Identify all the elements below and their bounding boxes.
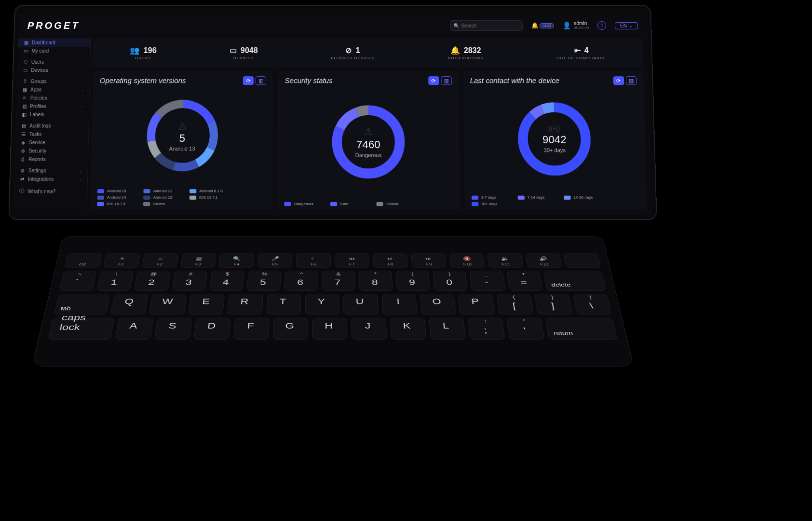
legend-item[interactable]: 14-30 days <box>564 195 603 200</box>
stat-value: 2832 <box>464 46 481 55</box>
sidebar-icon: ▦ <box>23 40 29 45</box>
search-input[interactable] <box>461 23 519 28</box>
stat-out-of-compliance[interactable]: ⇤4OUT OF COMPLIANCE <box>556 46 606 60</box>
key: &7 <box>322 271 355 291</box>
stat-icon: ▭ <box>230 46 237 55</box>
legend-label: Critical <box>386 202 398 206</box>
key: Q <box>110 294 149 315</box>
brand-logo: PROGET <box>27 20 80 31</box>
key: |\ <box>573 294 612 315</box>
refresh-button[interactable]: ⟳ <box>428 76 439 85</box>
legend-item[interactable]: iOS 15.7.1 <box>189 195 229 200</box>
legend-item[interactable]: Android 13 <box>97 189 137 193</box>
sidebar-label: Users <box>31 59 44 65</box>
sidebar-item-integrations[interactable]: ⇄Integrations⌄ <box>14 175 87 183</box>
sidebar-icon: ▭ <box>23 48 28 54</box>
legend-item[interactable]: 7-14 days <box>517 195 557 200</box>
sidebar-item-service[interactable]: ◈Service <box>15 138 88 147</box>
legend-item[interactable]: Android 11 <box>143 189 182 193</box>
key: esc <box>65 253 102 268</box>
sidebar-item-audit-logs[interactable]: ▤Audit logs <box>16 122 89 130</box>
signal-icon: ((•)) <box>548 124 560 132</box>
legend-swatch <box>97 195 104 199</box>
key: D <box>194 318 231 340</box>
stat-notifications[interactable]: 🔔2832NOTIFICATIONS <box>447 46 484 60</box>
legend-item[interactable]: 3-7 days <box>472 195 511 200</box>
chart-toggle-button[interactable]: ▥ <box>626 76 637 85</box>
legend-item[interactable]: Critical <box>377 202 416 206</box>
key: ☀F1 <box>103 253 140 268</box>
chevron-down-icon: ⌄ <box>629 23 633 28</box>
stat-blocked-devices[interactable]: ⊘1BLOCKED DEVICES <box>331 46 375 60</box>
key: += <box>506 271 543 291</box>
key: O <box>420 294 456 315</box>
stat-users[interactable]: 👥196USERS <box>130 46 156 60</box>
sidebar-label: Reports <box>28 157 46 162</box>
sidebar-item-settings[interactable]: ⚙Settings⌄ <box>14 166 88 175</box>
sidebar-item-groups[interactable]: ⠿Groups <box>17 77 89 85</box>
screen: PROGET 🔍 🔔 0123 👤 admin 00:59:09 ? EN ⌄ <box>14 14 652 215</box>
sidebar-icon: ▦ <box>22 87 27 92</box>
legend-item[interactable]: Android 8.1.0 <box>189 189 229 193</box>
legend-swatch <box>143 195 150 199</box>
chart-toggle-button[interactable]: ▥ <box>441 76 451 85</box>
notifications-button[interactable]: 🔔 0123 <box>531 22 554 29</box>
legend-item[interactable]: Dangerous <box>284 202 324 206</box>
legend-item[interactable]: Android 14 <box>97 195 137 200</box>
refresh-button[interactable]: ⟳ <box>243 76 254 85</box>
legend-item[interactable]: Others <box>143 202 183 206</box>
key: 🔊F12 <box>525 253 562 268</box>
sidebar-item-devices[interactable]: ▭Devices <box>17 66 90 74</box>
sidebar-item-tasks[interactable]: ☰Tasks <box>15 130 88 138</box>
key: :; <box>468 318 505 340</box>
stat-devices[interactable]: ▭9048DEVICES <box>230 46 258 60</box>
sidebar-item-labels[interactable]: ◧Labels <box>16 110 89 119</box>
sidebar-item-apps[interactable]: ▦Apps⌄ <box>17 85 90 94</box>
legend-item[interactable]: Safe <box>330 202 369 206</box>
key: delete <box>543 271 606 291</box>
sidebar-item-dashboard[interactable]: ▦Dashboard <box>18 39 91 47</box>
sidebar-item-profiles[interactable]: ▥Profiles⌄ <box>16 102 89 110</box>
sidebar-icon: ▥ <box>21 104 27 109</box>
legend-swatch <box>517 195 524 199</box>
legend-swatch <box>284 202 291 206</box>
legend-label: Dangerous <box>294 202 313 206</box>
legend-item[interactable]: Android 10 <box>143 195 183 200</box>
key: T <box>266 294 301 315</box>
stat-value: 1 <box>356 46 360 55</box>
search-box[interactable]: 🔍 <box>450 20 523 31</box>
legend-item[interactable]: iOS 15.7.9 <box>97 202 136 206</box>
card-os-versions: Operating system versions ⟳ ▥ <box>90 71 273 210</box>
key: $4 <box>209 271 244 291</box>
sidebar-item-users[interactable]: ⚇Users <box>17 58 90 66</box>
last-legend: 3-7 days7-14 days14-30 days30+ days <box>471 193 640 206</box>
key: I <box>382 294 418 315</box>
sidebar-label: Audit logs <box>29 123 51 128</box>
key: 🔉F11 <box>487 253 524 268</box>
sidebar-item-security[interactable]: ⊕Security <box>15 147 88 155</box>
legend-label: 14-30 days <box>573 195 593 200</box>
key: ▦F3 <box>180 253 217 268</box>
key: K <box>390 318 426 340</box>
legend-label: Android 14 <box>107 195 126 200</box>
sidebar-label: Profiles <box>30 104 46 109</box>
sidebar-label: Policies <box>30 96 47 101</box>
legend-item[interactable]: 30+ days <box>472 202 511 206</box>
language-label: EN <box>620 23 627 28</box>
sidebar-item-policies[interactable]: ≡Policies <box>16 94 89 102</box>
refresh-button[interactable]: ⟳ <box>613 76 624 85</box>
sidebar-icon: ◧ <box>21 112 27 117</box>
key: {[ <box>496 294 534 315</box>
sidebar-item-my-card[interactable]: ▭My card <box>18 47 90 55</box>
legend-swatch <box>97 202 104 206</box>
stat-label: DEVICES <box>233 56 254 60</box>
sidebar-item-what-s-new-[interactable]: ⓘWhat's new? <box>14 186 87 196</box>
security-center-label: Dangerous <box>355 152 382 158</box>
user-menu[interactable]: 👤 admin 00:59:09 <box>563 21 589 30</box>
sidebar-label: What's new? <box>27 189 55 194</box>
language-selector[interactable]: EN ⌄ <box>615 22 638 29</box>
stat-icon: ⇤ <box>574 46 580 55</box>
help-button[interactable]: ? <box>597 21 606 30</box>
sidebar-item-reports[interactable]: ⎙Reports <box>15 155 88 163</box>
chart-toggle-button[interactable]: ▥ <box>256 76 266 85</box>
